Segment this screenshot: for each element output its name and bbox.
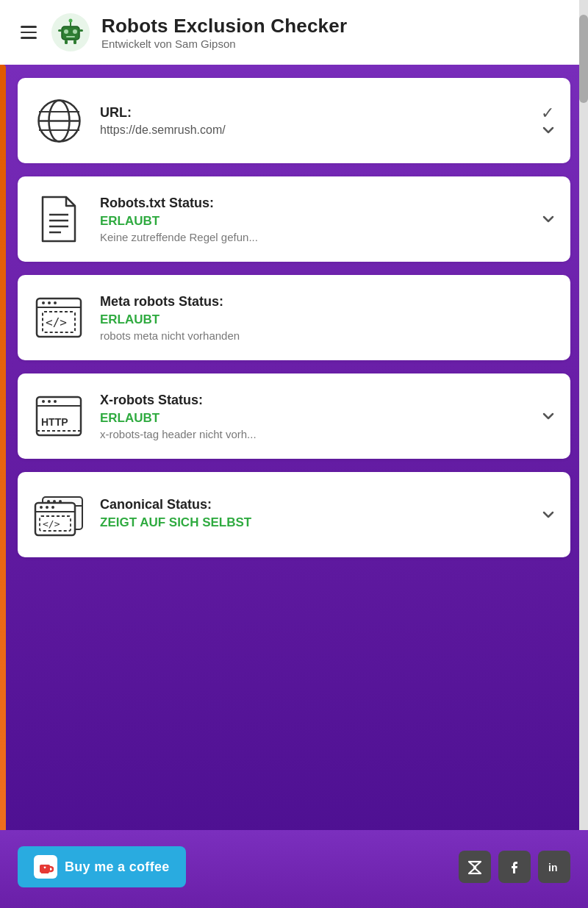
app-subtitle: Entwickelt von Sam Gipson — [101, 37, 347, 50]
svg-point-31 — [54, 400, 57, 403]
scrollbar-track[interactable] — [579, 0, 588, 908]
x-robots-chevron[interactable] — [541, 409, 556, 423]
canonical-card[interactable]: </> Canonical Status: ZEIGT AUF SICH SEL… — [18, 472, 570, 557]
canonical-chevron[interactable] — [541, 507, 556, 522]
document-icon — [32, 193, 85, 246]
x-robots-label: X-robots Status: — [100, 393, 520, 408]
svg-point-22 — [42, 301, 45, 304]
robots-txt-status: ERLAUBT — [100, 214, 520, 229]
url-label: URL: — [100, 105, 520, 121]
bmc-label: Buy me a coffee — [65, 859, 170, 875]
svg-rect-9 — [65, 40, 68, 44]
footer: Buy me a coffee in — [0, 830, 588, 908]
http-window-icon: HTTP — [32, 390, 85, 443]
meta-robots-card-content: Meta robots Status: ERLAUBT robots meta … — [100, 294, 556, 342]
double-code-window-icon: </> — [32, 488, 85, 541]
code-window-icon: </> — [32, 291, 85, 344]
globe-icon — [32, 94, 85, 147]
side-accent — [0, 65, 6, 908]
meta-robots-status: ERLAUBT — [100, 312, 556, 327]
robots-txt-desc: Keine zutreffende Regel gefun... — [100, 231, 520, 243]
svg-point-30 — [48, 400, 51, 403]
url-card-content: URL: https://de.semrush.com/ — [100, 105, 520, 137]
app-logo — [51, 13, 90, 51]
url-card[interactable]: URL: https://de.semrush.com/ ✓ — [18, 78, 570, 163]
meta-robots-label: Meta robots Status: — [100, 294, 556, 310]
svg-point-3 — [73, 29, 77, 34]
svg-text:</>: </> — [46, 315, 67, 329]
x-robots-status: ERLAUBT — [100, 411, 520, 426]
linkedin-icon[interactable]: in — [538, 851, 570, 883]
svg-point-41 — [40, 506, 43, 509]
buy-me-coffee-button[interactable]: Buy me a coffee — [18, 846, 186, 887]
canonical-status: ZEIGT AUF SICH SELBST — [100, 515, 520, 530]
x-robots-card-content: X-robots Status: ERLAUBT x-robots-tag he… — [100, 393, 520, 440]
svg-rect-8 — [79, 29, 83, 32]
twitter-icon[interactable] — [459, 851, 491, 883]
svg-rect-10 — [74, 40, 76, 44]
svg-text:HTTP: HTTP — [41, 416, 68, 428]
social-icons: in — [459, 851, 570, 883]
facebook-icon[interactable] — [498, 851, 531, 883]
svg-text:</>: </> — [43, 518, 60, 529]
menu-button[interactable] — [18, 23, 40, 42]
robots-txt-chevron[interactable] — [541, 212, 556, 226]
svg-rect-1 — [62, 26, 79, 40]
svg-point-29 — [42, 400, 45, 403]
header: Robots Exclusion Checker Entwickelt von … — [0, 0, 588, 65]
svg-text:in: in — [548, 862, 557, 873]
meta-robots-card[interactable]: </> Meta robots Status: ERLAUBT robots m… — [18, 275, 570, 360]
svg-point-6 — [69, 19, 73, 23]
svg-point-42 — [46, 506, 49, 509]
x-robots-card[interactable]: HTTP X-robots Status: ERLAUBT x-robots-t… — [18, 373, 570, 459]
canonical-label: Canonical Status: — [100, 497, 520, 512]
svg-point-43 — [51, 506, 54, 509]
robots-txt-card[interactable]: Robots.txt Status: ERLAUBT Keine zutreff… — [18, 176, 570, 262]
x-robots-desc: x-robots-tag header nicht vorh... — [100, 428, 520, 440]
app-title: Robots Exclusion Checker — [101, 15, 347, 37]
svg-rect-4 — [66, 36, 75, 37]
scrollbar-thumb[interactable] — [579, 15, 588, 103]
svg-point-24 — [54, 301, 57, 304]
svg-point-23 — [48, 301, 51, 304]
header-text: Robots Exclusion Checker Entwickelt von … — [101, 15, 347, 50]
robots-txt-card-content: Robots.txt Status: ERLAUBT Keine zutreff… — [100, 196, 520, 243]
main-content: URL: https://de.semrush.com/ ✓ Robots.tx… — [0, 65, 588, 571]
canonical-card-content: Canonical Status: ZEIGT AUF SICH SELBST — [100, 497, 520, 532]
url-value: https://de.semrush.com/ — [100, 124, 520, 137]
svg-point-2 — [64, 29, 68, 34]
svg-rect-7 — [58, 29, 62, 32]
coffee-icon — [34, 855, 57, 879]
robots-txt-label: Robots.txt Status: — [100, 196, 520, 211]
url-chevron[interactable]: ✓ — [541, 104, 556, 137]
meta-robots-desc: robots meta nicht vorhanden — [100, 329, 556, 342]
